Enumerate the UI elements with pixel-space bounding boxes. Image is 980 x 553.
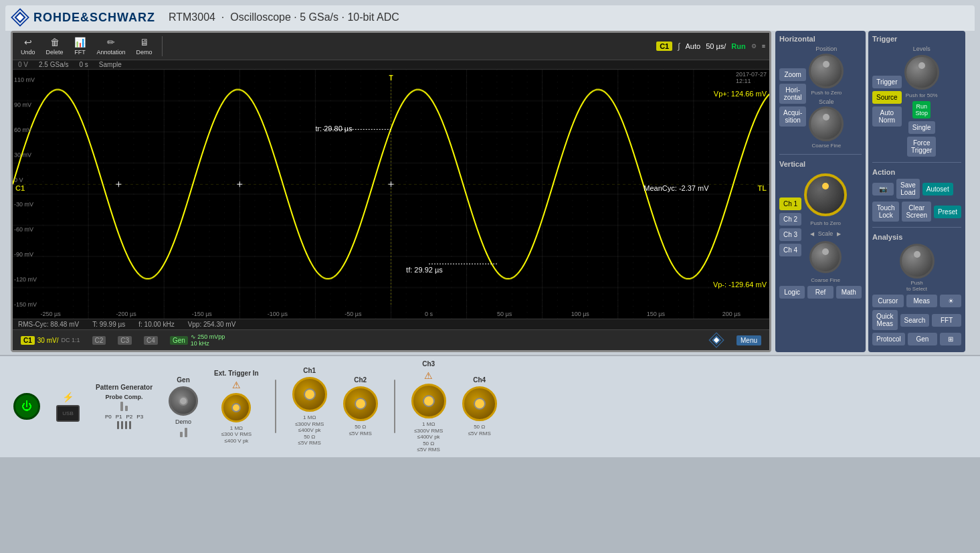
clear-screen-button[interactable]: ClearScreen xyxy=(902,202,931,222)
source-button[interactable]: Source xyxy=(872,91,902,104)
analysis-knob[interactable] xyxy=(900,244,935,279)
search-button[interactable]: Search xyxy=(900,314,930,327)
horizontal-btns: Zoom Hori-zontal Acqui-sition xyxy=(779,68,806,127)
undo-icon: ↩ xyxy=(24,37,32,48)
horiz-knobs: Position Push to Zero Scale xyxy=(809,46,844,149)
tf-label: tf: 29.92 µs xyxy=(406,266,443,274)
fft-button-analysis[interactable]: FFT xyxy=(932,314,961,327)
pattern-gen-group: Pattern Generator Probe Comp. P0 P1 P2 P… xyxy=(96,384,153,429)
position-knob[interactable] xyxy=(809,54,844,88)
run-stop-button[interactable]: RunStop xyxy=(912,101,930,118)
logic-button[interactable]: Logic xyxy=(779,286,805,299)
usb-group: ⚡ USB xyxy=(56,392,80,422)
meas-button[interactable]: Meas xyxy=(906,295,938,307)
toolbar: ↩ Undo 🗑 Delete 📊 FFT ✏ Annotation 🖥 xyxy=(13,33,769,60)
vertical-btn-row: Ch 1 Ch 2 Ch 3 Ch 4 Push to Zero xyxy=(779,171,862,283)
ch4-button[interactable]: Ch 4 xyxy=(779,244,801,256)
gen-button[interactable]: Gen xyxy=(908,333,937,345)
mode2-label: Sample xyxy=(99,61,122,68)
quick-meas-button[interactable]: QuickMeas xyxy=(872,310,898,330)
analysis-section: Analysis Pushto Select Cursor Meas ☀ xyxy=(872,233,961,345)
ch1-indicator: C1 xyxy=(15,184,25,192)
trigger-btn-row: Trigger Source AutoNorm Levels Push for … xyxy=(872,46,961,157)
demo-button[interactable]: 🖥 Demo xyxy=(132,35,157,57)
ch2-label-item[interactable]: C2 xyxy=(87,335,112,345)
demo-pin1 xyxy=(180,432,183,437)
ch3-button[interactable]: Ch 3 xyxy=(779,228,801,241)
scale-knob-vert[interactable] xyxy=(809,241,842,273)
touch-lock-button[interactable]: Touch Lock xyxy=(872,202,899,222)
left-control-panel: Horizontal Zoom Hori-zontal Acqui-sition… xyxy=(775,31,866,352)
fft-button[interactable]: 📊 FFT xyxy=(70,35,90,57)
warning-icon-ext: ⚠ xyxy=(232,380,241,390)
horizontal-section: Horizontal Zoom Hori-zontal Acqui-sition… xyxy=(779,35,862,149)
ch4-label-item[interactable]: C4 xyxy=(138,335,163,345)
ch3-bnc-inner xyxy=(423,395,435,407)
tr-label: tr: 29.80 µs xyxy=(315,125,352,133)
ch2-button[interactable]: Ch 2 xyxy=(779,213,801,226)
single-button[interactable]: Single xyxy=(908,121,935,134)
probe-pin2 xyxy=(125,406,128,411)
display-button[interactable]: ☀ xyxy=(940,295,961,307)
trigger-button[interactable]: Trigger xyxy=(872,76,902,88)
voltage-label: 0 V xyxy=(18,61,28,68)
cursor-button[interactable]: Cursor xyxy=(872,295,904,307)
menu-label-item[interactable]: Menu xyxy=(731,335,767,346)
grid-button[interactable]: ⊞ xyxy=(940,333,961,345)
camera-button[interactable]: 📷 xyxy=(872,183,894,195)
gen-bnc xyxy=(169,386,198,416)
ch-labels-bar: C1 30 mV/ DC 1:1 C2 C3 C4 Gen ∿ 250 mVpp… xyxy=(13,329,769,350)
scale-knob-group: Scale Coarse Fine xyxy=(809,98,844,149)
knob-indicator xyxy=(823,61,829,68)
analysis-btn-row1: Cursor Meas ☀ xyxy=(872,295,961,307)
horizontal-button[interactable]: Hori-zontal xyxy=(779,84,806,104)
zoom-button[interactable]: Zoom xyxy=(779,68,806,81)
ref-button[interactable]: Ref xyxy=(807,286,833,299)
right-control-panel: Trigger Trigger Source AutoNorm Levels xyxy=(868,31,965,352)
power-button[interactable]: ⏻ xyxy=(13,393,40,420)
preset-button[interactable]: Preset xyxy=(934,206,961,218)
delete-button[interactable]: 🗑 Delete xyxy=(42,35,68,57)
horizontal-btn-row: Zoom Hori-zontal Acqui-sition Position P… xyxy=(779,46,862,149)
annotation-button[interactable]: ✏ Annotation xyxy=(93,35,130,57)
ch1-label-item[interactable]: C1 30 mV/ DC 1:1 xyxy=(15,335,86,345)
vpp-label: Vpp: 254.30 mV xyxy=(188,321,236,328)
scale-row: ◀ Scale ▶ xyxy=(810,230,842,237)
acquisition-button[interactable]: Acqui-sition xyxy=(779,106,806,127)
channel-badge[interactable]: C1 xyxy=(656,42,672,51)
scale-knob[interactable] xyxy=(809,106,844,141)
action-title: Action xyxy=(872,168,961,176)
knob-indicator4 xyxy=(918,62,925,69)
rs-logo-small xyxy=(708,332,724,348)
ch3-label-item[interactable]: C3 xyxy=(112,335,137,345)
settings-icon: ⚙ xyxy=(751,43,757,50)
demo-pin2 xyxy=(185,428,187,437)
run-label[interactable]: Run xyxy=(731,42,745,50)
ch4-bnc xyxy=(462,386,497,421)
instrument-body: ↩ Undo 🗑 Delete 📊 FFT ✏ Annotation 🖥 xyxy=(5,31,975,355)
action-analysis-divider xyxy=(872,227,961,228)
save-load-button[interactable]: SaveLoad xyxy=(896,179,920,199)
math-button[interactable]: Math xyxy=(836,286,862,299)
analysis-btn-row2: QuickMeas Search FFT xyxy=(872,310,961,330)
ch2-connector-group: Ch2 50 Ω≤5V RMS xyxy=(343,376,378,437)
autoset-button[interactable]: Autoset xyxy=(922,183,953,195)
force-trigger-button[interactable]: ForceTrigger xyxy=(907,137,936,157)
ch1-button[interactable]: Ch 1 xyxy=(779,198,801,210)
ch1-knob[interactable] xyxy=(804,173,847,216)
gen-label-item[interactable]: Gen ∿ 250 mVpp10 kHz xyxy=(165,333,230,347)
undo-button[interactable]: ↩ Undo xyxy=(17,35,39,57)
trigger-levels-knob[interactable] xyxy=(904,55,939,90)
auto-norm-button[interactable]: AutoNorm xyxy=(872,106,902,127)
toolbar-sep xyxy=(162,36,163,56)
analysis-knob-group: Pushto Select xyxy=(900,244,935,292)
annotation-icon: ✏ xyxy=(107,37,115,48)
protocol-button[interactable]: Protocol xyxy=(872,333,905,345)
knob-indicator3 xyxy=(822,248,829,255)
divider-line xyxy=(275,380,276,433)
probe-comp-pins xyxy=(120,402,128,411)
logo-icon xyxy=(11,8,29,27)
position-knob-group: Position Push to Zero xyxy=(809,46,844,96)
ch3-connector-group: Ch3 ⚠ 1 MΩ≤300V RMS≤400V pk50 Ω≤5V RMS xyxy=(411,360,446,453)
c1-badge[interactable]: C1 xyxy=(21,336,35,345)
